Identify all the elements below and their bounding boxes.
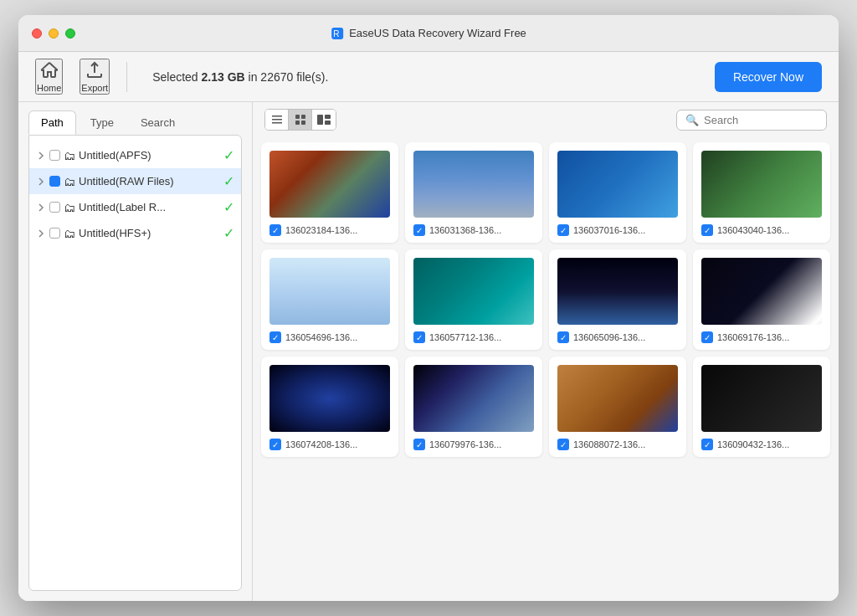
grid-item-name: 136043040-136... bbox=[717, 225, 822, 235]
tab-search[interactable]: Search bbox=[128, 110, 187, 135]
grid-thumbnail bbox=[269, 365, 390, 432]
export-icon bbox=[85, 60, 105, 80]
grid-item[interactable]: 136069176-136... bbox=[693, 249, 830, 350]
close-button[interactable] bbox=[32, 28, 42, 38]
check-mark: ✓ bbox=[223, 173, 234, 189]
grid-item-footer: 136031368-136... bbox=[413, 224, 534, 236]
grid-item[interactable]: 136031368-136... bbox=[405, 142, 542, 243]
grid-item-checkbox[interactable] bbox=[269, 224, 281, 236]
sidebar-item-apfs[interactable]: 🗂 Untitled(APFS) ✓ bbox=[29, 142, 241, 168]
sidebar-tabs: Path Type Search bbox=[18, 102, 252, 135]
check-mark: ✓ bbox=[223, 225, 234, 241]
grid-thumbnail bbox=[413, 365, 534, 432]
grid-item[interactable]: 136037016-136... bbox=[549, 142, 686, 243]
svg-rect-11 bbox=[325, 121, 331, 125]
chevron-right-icon bbox=[36, 177, 46, 187]
preview-view-button[interactable] bbox=[312, 110, 336, 130]
grid-item-name: 136023184-136... bbox=[285, 225, 390, 235]
grid-item-name: 136031368-136... bbox=[429, 225, 534, 235]
sidebar-item-raw[interactable]: 🗂 Untitled(RAW Files) ✓ bbox=[29, 168, 241, 194]
minimize-button[interactable] bbox=[49, 28, 59, 38]
home-button[interactable]: Home bbox=[35, 59, 63, 95]
grid-item[interactable]: 136090432-136... bbox=[693, 357, 830, 457]
folder-icon: 🗂 bbox=[64, 175, 75, 188]
grid-item-checkbox[interactable] bbox=[269, 331, 281, 343]
grid-view-button[interactable] bbox=[289, 110, 312, 130]
grid-item-name: 136037016-136... bbox=[573, 225, 678, 235]
grid-thumbnail bbox=[413, 151, 534, 218]
grid-item-checkbox[interactable] bbox=[701, 224, 713, 236]
label-checkbox[interactable] bbox=[49, 202, 60, 213]
grid-item-checkbox[interactable] bbox=[701, 439, 713, 450]
grid-item-name: 136074208-136... bbox=[285, 439, 390, 449]
apfs-checkbox[interactable] bbox=[49, 150, 60, 161]
svg-rect-10 bbox=[325, 115, 331, 119]
grid-item-checkbox[interactable] bbox=[413, 331, 425, 343]
traffic-lights bbox=[32, 28, 75, 38]
view-toggle-group bbox=[264, 109, 336, 131]
list-view-button[interactable] bbox=[265, 110, 289, 130]
grid-item-name: 136054696-136... bbox=[285, 332, 390, 342]
view-controls: 🔍 bbox=[253, 102, 839, 137]
grid-icon bbox=[295, 114, 306, 126]
grid-item-footer: 136065096-136... bbox=[557, 331, 678, 343]
grid-item[interactable]: 136054696-136... bbox=[261, 249, 398, 350]
grid-thumbnail bbox=[269, 151, 390, 218]
svg-text:R: R bbox=[333, 29, 339, 38]
search-input[interactable] bbox=[704, 114, 818, 126]
hfs-checkbox[interactable] bbox=[49, 228, 60, 239]
grid-item-checkbox[interactable] bbox=[557, 331, 569, 343]
grid-item-footer: 136088072-136... bbox=[557, 439, 678, 450]
grid-item-checkbox[interactable] bbox=[413, 224, 425, 236]
svg-rect-8 bbox=[301, 121, 305, 125]
grid-item-footer: 136054696-136... bbox=[269, 331, 390, 343]
grid-item[interactable]: 136074208-136... bbox=[261, 357, 398, 457]
grid-item-checkbox[interactable] bbox=[413, 439, 425, 450]
maximize-button[interactable] bbox=[65, 28, 75, 38]
grid-item-footer: 136037016-136... bbox=[557, 224, 678, 236]
grid-item[interactable]: 136057712-136... bbox=[405, 249, 542, 350]
svg-rect-7 bbox=[295, 121, 300, 125]
grid-item[interactable]: 136023184-136... bbox=[261, 142, 398, 243]
folder-icon: 🗂 bbox=[64, 201, 75, 214]
grid-item-checkbox[interactable] bbox=[269, 439, 281, 450]
chevron-right-icon bbox=[36, 228, 46, 239]
main-content: Path Type Search 🗂 Untitled(APFS) ✓ 🗂 Un… bbox=[18, 102, 839, 601]
window-title: R EaseUS Data Recovery Wizard Free bbox=[331, 27, 526, 40]
svg-rect-9 bbox=[317, 115, 323, 125]
sidebar-content: 🗂 Untitled(APFS) ✓ 🗂 Untitled(RAW Files)… bbox=[28, 135, 242, 591]
grid-item[interactable]: 136088072-136... bbox=[549, 357, 686, 457]
preview-icon bbox=[316, 114, 331, 126]
grid-item[interactable]: 136079976-136... bbox=[405, 357, 542, 457]
toolbar: Home Export Selected 2.13 GB in 22670 fi… bbox=[18, 52, 839, 102]
chevron-right-icon bbox=[36, 203, 46, 213]
grid-item-name: 136088072-136... bbox=[573, 439, 678, 449]
recover-now-button[interactable]: Recover Now bbox=[715, 62, 822, 92]
raw-checkbox[interactable] bbox=[49, 176, 60, 187]
grid-thumbnail bbox=[413, 258, 534, 325]
svg-rect-4 bbox=[272, 122, 282, 124]
grid-item-name: 136057712-136... bbox=[429, 332, 534, 342]
svg-rect-5 bbox=[295, 115, 300, 119]
selection-info: Selected 2.13 GB in 22670 file(s). bbox=[144, 70, 698, 84]
tab-path[interactable]: Path bbox=[28, 110, 76, 135]
title-bar: R EaseUS Data Recovery Wizard Free bbox=[18, 15, 839, 52]
grid-thumbnail bbox=[701, 365, 822, 432]
grid-item-footer: 136057712-136... bbox=[413, 331, 534, 343]
sidebar-item-hfs[interactable]: 🗂 Untitled(HFS+) ✓ bbox=[29, 220, 241, 246]
grid-item-checkbox[interactable] bbox=[557, 439, 569, 450]
grid-item-checkbox[interactable] bbox=[701, 331, 713, 343]
app-icon: R bbox=[331, 27, 344, 40]
grid-item[interactable]: 136065096-136... bbox=[549, 249, 686, 350]
grid-item[interactable]: 136043040-136... bbox=[693, 142, 830, 243]
grid-item-name: 136090432-136... bbox=[717, 439, 822, 449]
grid-thumbnail bbox=[557, 365, 678, 432]
check-mark: ✓ bbox=[223, 199, 234, 215]
export-button[interactable]: Export bbox=[80, 59, 110, 95]
list-icon bbox=[271, 114, 283, 126]
home-icon bbox=[39, 60, 59, 80]
sidebar-item-label[interactable]: 🗂 Untitled(Label R... ✓ bbox=[29, 194, 241, 220]
sidebar: Path Type Search 🗂 Untitled(APFS) ✓ 🗂 Un… bbox=[18, 102, 253, 601]
grid-item-checkbox[interactable] bbox=[557, 224, 569, 236]
tab-type[interactable]: Type bbox=[78, 110, 126, 135]
